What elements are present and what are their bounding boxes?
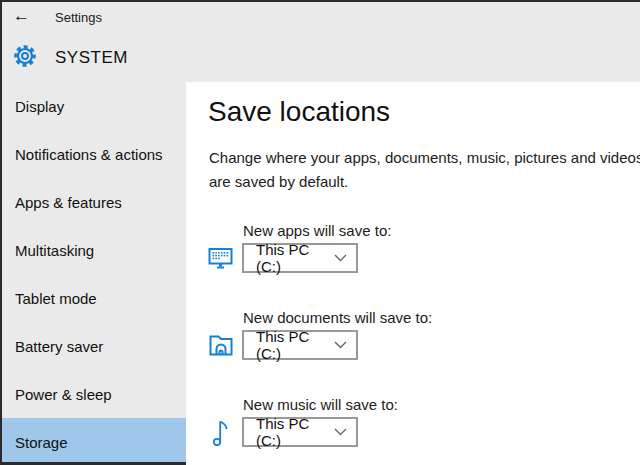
documents-folder-icon: [205, 332, 236, 358]
music-save-label: New music will save to:: [243, 395, 605, 415]
sidebar-item-notifications[interactable]: Notifications & actions: [2, 130, 186, 178]
chevron-down-icon: [334, 341, 347, 349]
sidebar-item-tablet-mode[interactable]: Tablet mode: [2, 274, 186, 322]
save-location-section-documents: New documents will save to: This PC (C:): [205, 308, 605, 360]
back-arrow-icon[interactable]: ←: [13, 6, 30, 26]
main-content: Save locations Change where your apps, d…: [186, 82, 640, 465]
apps-save-dropdown[interactable]: This PC (C:): [242, 243, 358, 273]
save-location-section-apps: New apps will save to:: [205, 221, 605, 273]
sidebar-item-power-sleep[interactable]: Power & sleep: [2, 370, 186, 418]
apps-save-value: This PC (C:): [256, 241, 334, 275]
sidebar-item-storage[interactable]: Storage: [2, 418, 186, 462]
documents-save-dropdown[interactable]: This PC (C:): [242, 330, 358, 360]
music-note-icon: [205, 417, 236, 447]
page-section-title: SYSTEM: [55, 48, 128, 68]
chevron-down-icon: [334, 254, 347, 262]
header: ← Settings SYSTEM: [2, 2, 640, 82]
apps-monitor-icon: [205, 246, 236, 271]
gear-icon: [13, 44, 37, 68]
sidebar-item-battery-saver[interactable]: Battery saver: [2, 322, 186, 370]
chevron-down-icon: [334, 428, 347, 436]
music-save-dropdown[interactable]: This PC (C:): [242, 417, 358, 447]
save-location-section-music: New music will save to: This PC (C:): [205, 395, 605, 447]
page-description: Change where your apps, documents, music…: [209, 146, 640, 194]
page-title: Save locations: [208, 95, 390, 129]
music-save-value: This PC (C:): [256, 415, 334, 449]
sidebar: Display Notifications & actions Apps & f…: [2, 82, 186, 462]
sidebar-item-apps-features[interactable]: Apps & features: [2, 178, 186, 226]
documents-save-label: New documents will save to:: [243, 308, 605, 328]
documents-save-value: This PC (C:): [256, 328, 334, 362]
sidebar-item-display[interactable]: Display: [2, 82, 186, 130]
titlebar-title: Settings: [55, 10, 102, 25]
sidebar-item-multitasking[interactable]: Multitasking: [2, 226, 186, 274]
apps-save-label: New apps will save to:: [243, 221, 605, 241]
settings-window: ← Settings SYSTEM Display Notifications …: [0, 0, 640, 465]
